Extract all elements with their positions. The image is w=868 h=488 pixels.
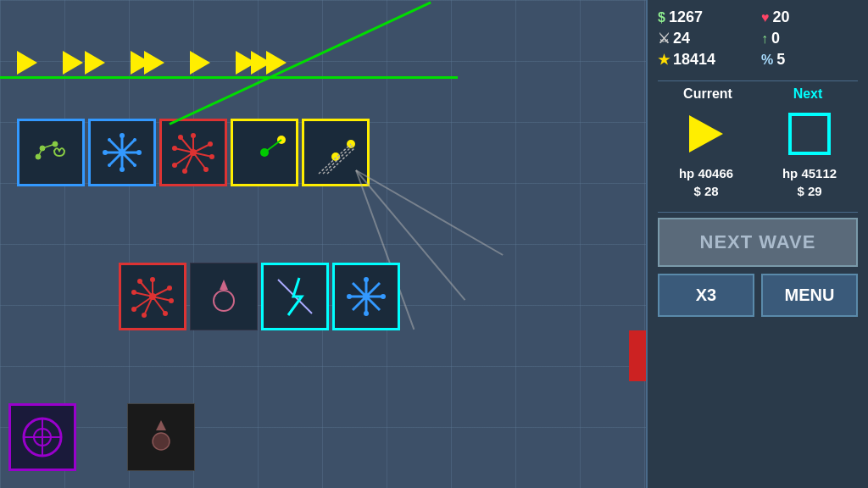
arrow-icon: ↑ [761,31,768,47]
money-stat: $ 1267 [658,8,754,26]
svg-point-14 [108,138,111,141]
svg-point-33 [172,146,177,151]
wave-icons [658,108,858,159]
wave-section: Current Next hp 40466 hp 45112 $ 28 $ 29 [658,86,858,202]
svg-point-30 [203,167,209,172]
health-stat: ♥ 20 [761,8,858,26]
money-value: 1267 [669,8,703,26]
divider-1 [658,80,858,81]
bottom-buttons: X3 MENU [658,274,858,317]
svg-point-76 [153,433,170,450]
svg-point-17 [108,164,111,167]
star-icon: ★ [658,52,670,68]
game-area [0,0,646,488]
current-cost: $ 28 [658,184,754,198]
next-wave-icon-container [761,108,858,159]
enemy-path-arrows [17,51,287,75]
svg-point-52 [150,277,155,282]
svg-point-29 [209,154,214,159]
menu-button[interactable]: MENU [761,274,858,317]
svg-point-10 [120,133,125,138]
game-content [0,0,646,488]
svg-point-53 [167,286,172,291]
current-wave-triangle [689,115,723,152]
tower-lightning[interactable] [261,263,329,330]
sword-stat: ⚔ 24 [658,30,754,47]
svg-point-15 [133,164,136,167]
svg-point-11 [120,167,125,172]
wave-headers: Current Next [658,86,858,102]
tower-water[interactable] [17,119,85,186]
path-arrow-3 [131,51,164,75]
arrow-value: 0 [771,30,780,47]
enemy-bar [629,330,646,381]
path-arrow-2 [63,51,105,75]
svg-line-37 [264,140,281,152]
tower-freeze-2[interactable] [332,263,400,330]
path-arrow-4 [190,51,210,75]
svg-line-40 [319,144,351,174]
sword-value: 24 [673,30,690,47]
svg-marker-77 [156,420,166,430]
stats-grid: $ 1267 ♥ 20 ⚔ 24 ↑ 0 ★ 18414 % 5 [658,8,858,69]
arrow-stat: ↑ 0 [761,30,858,47]
svg-point-32 [172,163,177,168]
svg-marker-61 [220,280,228,290]
tower-freeze[interactable] [88,119,156,186]
next-cost: $ 29 [761,184,858,198]
heart-icon: ♥ [761,10,770,25]
svg-point-59 [137,279,142,284]
svg-point-16 [133,138,136,141]
svg-point-67 [363,293,370,300]
percent-icon: % [761,53,773,68]
current-hp: hp 40466 [658,166,754,180]
svg-point-71 [381,294,386,299]
percent-value: 5 [776,51,785,69]
targeting-line-1 [356,169,504,256]
svg-point-34 [178,135,183,140]
tower-dark[interactable] [127,403,195,471]
tower-row-2 [119,263,400,330]
tower-connector[interactable] [231,119,298,186]
svg-line-42 [327,148,354,174]
x3-button[interactable]: X3 [658,274,754,317]
svg-point-9 [119,149,125,156]
svg-point-68 [364,277,369,282]
svg-point-57 [131,307,136,312]
svg-point-13 [136,150,142,155]
svg-line-20 [193,144,210,152]
svg-point-55 [163,311,168,316]
current-label: Current [658,86,758,102]
tower-row-1 [17,119,370,186]
svg-point-31 [182,169,187,174]
right-panel: $ 1267 ♥ 20 ⚔ 24 ↑ 0 ★ 18414 % 5 Current… [646,0,868,488]
divider-2 [658,212,858,213]
tower-empty-1[interactable] [190,263,258,330]
next-label: Next [758,86,858,102]
star-stat: ★ 18414 [658,51,754,69]
path-arrow-1 [17,51,37,75]
enemy-path-line [0,76,458,79]
svg-point-60 [214,291,234,311]
star-value: 18414 [673,51,715,69]
sword-icon: ⚔ [658,30,670,47]
svg-point-12 [103,150,108,155]
percent-stat: % 5 [761,51,858,69]
svg-point-28 [208,141,213,147]
svg-line-45 [153,288,170,297]
wave-stats: hp 40466 hp 45112 $ 28 $ 29 [658,166,858,198]
svg-point-54 [169,298,174,303]
money-icon: $ [658,10,665,25]
svg-point-69 [364,311,369,316]
tower-splatter[interactable] [159,119,227,186]
current-wave-icon-container [658,108,754,159]
tower-splatter-2[interactable] [119,263,186,330]
svg-point-70 [347,294,352,299]
svg-point-38 [331,152,340,161]
svg-point-58 [131,290,136,295]
next-wave-button[interactable]: NEXT WAVE [658,218,858,267]
svg-point-27 [191,133,196,138]
next-wave-square [788,113,831,155]
next-hp: hp 45112 [761,166,858,180]
tower-target[interactable] [8,403,76,471]
